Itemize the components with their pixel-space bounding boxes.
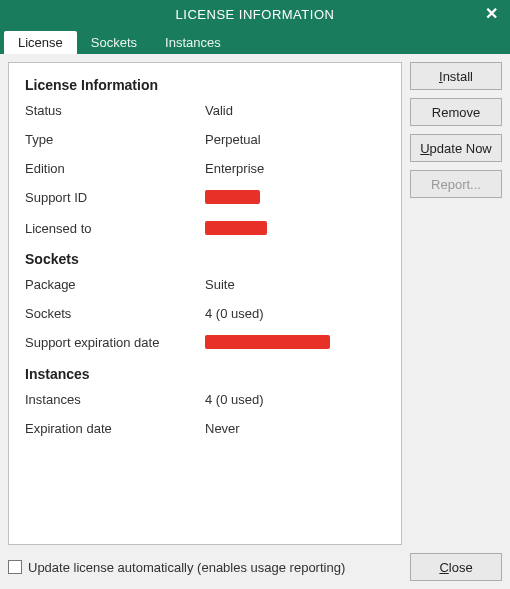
row-support-id: Support ID <box>25 190 385 209</box>
titlebar: LICENSE INFORMATION ✕ <box>0 0 510 28</box>
label-instances: Instances <box>25 392 205 409</box>
row-instances: Instances 4 (0 used) <box>25 392 385 409</box>
redacted-block <box>205 335 330 349</box>
auto-update-checkbox-label[interactable]: Update license automatically (enables us… <box>8 560 402 575</box>
label-status: Status <box>25 103 205 120</box>
label-expiration: Expiration date <box>25 421 205 438</box>
label-type: Type <box>25 132 205 149</box>
redacted-block <box>205 221 267 235</box>
heading-instances: Instances <box>25 366 385 382</box>
redacted-block <box>205 190 260 204</box>
update-now-button[interactable]: Update Now <box>410 134 502 162</box>
close-icon[interactable]: ✕ <box>485 4 499 23</box>
value-licensed-to <box>205 221 385 240</box>
row-expiration: Expiration date Never <box>25 421 385 438</box>
value-support-id <box>205 190 385 209</box>
label-support-id: Support ID <box>25 190 205 209</box>
value-expiration: Never <box>205 421 385 438</box>
tab-instances[interactable]: Instances <box>151 31 235 54</box>
remove-button[interactable]: Remove <box>410 98 502 126</box>
license-panel: License Information Status Valid Type Pe… <box>8 62 402 545</box>
row-licensed-to: Licensed to <box>25 221 385 240</box>
heading-sockets: Sockets <box>25 251 385 267</box>
footer: Update license automatically (enables us… <box>0 545 510 589</box>
row-type: Type Perpetual <box>25 132 385 149</box>
value-status: Valid <box>205 103 385 120</box>
auto-update-text: Update license automatically (enables us… <box>28 560 345 575</box>
action-sidebar: Install Remove Update Now Report... <box>410 62 502 545</box>
auto-update-checkbox[interactable] <box>8 560 22 574</box>
heading-license-info: License Information <box>25 77 385 93</box>
close-button[interactable]: Close <box>410 553 502 581</box>
label-licensed-to: Licensed to <box>25 221 205 240</box>
row-sockets: Sockets 4 (0 used) <box>25 306 385 323</box>
value-sockets: 4 (0 used) <box>205 306 385 323</box>
label-package: Package <box>25 277 205 294</box>
label-sockets: Sockets <box>25 306 205 323</box>
label-support-expiration: Support expiration date <box>25 335 205 354</box>
value-support-expiration <box>205 335 385 354</box>
value-type: Perpetual <box>205 132 385 149</box>
value-package: Suite <box>205 277 385 294</box>
window-title: LICENSE INFORMATION <box>176 7 335 22</box>
value-edition: Enterprise <box>205 161 385 178</box>
tab-sockets[interactable]: Sockets <box>77 31 151 54</box>
tab-strip: License Sockets Instances <box>0 28 510 54</box>
report-button: Report... <box>410 170 502 198</box>
row-package: Package Suite <box>25 277 385 294</box>
label-edition: Edition <box>25 161 205 178</box>
row-support-expiration: Support expiration date <box>25 335 385 354</box>
install-button[interactable]: Install <box>410 62 502 90</box>
value-instances: 4 (0 used) <box>205 392 385 409</box>
row-status: Status Valid <box>25 103 385 120</box>
tab-license[interactable]: License <box>4 31 77 54</box>
row-edition: Edition Enterprise <box>25 161 385 178</box>
